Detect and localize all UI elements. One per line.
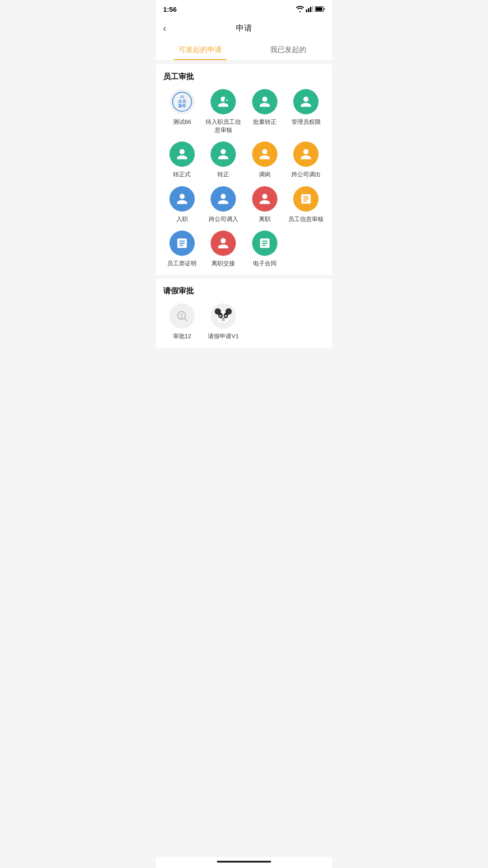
item-label: 批量转正 [253,118,277,126]
svg-point-18 [221,316,221,316]
confirm-icon [211,142,236,167]
item-label: 员工类证明 [167,259,197,268]
item-label: 离职交接 [211,259,235,268]
list-item[interactable]: 跨公司调出 [287,142,325,179]
batch-confirm-icon [252,89,277,114]
admin-icon [293,89,319,114]
list-item[interactable]: AI企业服务 测试66 [163,89,201,134]
leave-approval-section: 请假审批 审批12 [156,278,332,348]
svg-point-19 [226,316,227,316]
status-bar: 1:56 [156,0,332,16]
page-title: 申请 [236,23,252,33]
onboard-icon [169,186,195,212]
svg-text:+: + [226,98,229,103]
test66-icon: AI企业服务 [169,89,195,114]
svg-line-9 [184,319,187,321]
list-item[interactable]: 批量转正 [246,89,284,134]
wifi-icon [296,6,304,12]
tab-my[interactable]: 我已发起的 [244,40,332,60]
cert-icon [169,231,195,256]
svg-rect-3 [312,6,314,12]
status-icons [296,6,325,12]
leave-v1-icon [211,303,236,329]
battery-icon [315,6,325,12]
leave-grid: 审批12 [163,303,325,340]
tabs: 可发起的申请 我已发起的 [156,40,332,61]
item-label: 电子合同 [253,259,277,268]
employee-approval-section: 员工审批 AI企业服务 测试66 + 待入职员工信息审核 批量转正 [156,64,332,275]
item-label: 转正 [217,170,229,179]
signal-icon [306,6,313,12]
list-item[interactable]: 审批12 [163,303,201,340]
resign-handover-icon [211,231,236,256]
list-item[interactable]: 调岗 [246,142,284,179]
list-item[interactable]: 转正 [205,142,243,179]
resign-icon [252,186,277,212]
header: ‹ 申请 [156,16,332,40]
list-item[interactable]: 离职交接 [205,231,243,268]
list-item[interactable]: 转正式 [163,142,201,179]
item-label: 跨公司调入 [209,215,238,223]
cross-in-icon [211,186,236,212]
list-item[interactable]: 请假申请V1 [205,303,243,340]
svg-rect-5 [316,7,322,11]
item-label: 入职 [176,215,188,223]
list-item[interactable]: 员工类证明 [163,231,201,268]
item-label: 员工信息审核 [288,215,324,223]
list-item[interactable]: 离职 [246,186,284,223]
list-item[interactable]: + 待入职员工信息审核 [205,89,243,134]
transfer-icon [252,142,277,167]
item-label: 离职 [259,215,271,223]
svg-rect-1 [308,8,310,12]
item-label: 测试66 [173,118,191,126]
back-button[interactable]: ‹ [163,23,166,33]
list-item[interactable]: 管理员权限 [287,89,325,134]
list-item[interactable]: 跨公司调入 [205,186,243,223]
info-review-icon [293,186,319,212]
item-label: 待入职员工信息审核 [205,118,243,134]
item-label: 转正式 [173,170,191,179]
employee-approval-title: 员工审批 [163,71,325,82]
svg-rect-0 [306,9,307,12]
employee-grid: AI企业服务 测试66 + 待入职员工信息审核 批量转正 管理员权限 [163,89,325,268]
e-contract-icon [252,231,277,256]
approve12-icon [169,303,195,329]
pending-entry-icon: + [211,89,236,114]
item-label: 管理员权限 [291,118,321,126]
status-time: 1:56 [163,5,177,13]
item-label: 请假申请V1 [208,332,239,340]
list-item[interactable]: 电子合同 [246,231,284,268]
leave-approval-title: 请假审批 [163,286,325,296]
item-label: 审批12 [173,332,191,340]
cross-out-icon [293,142,319,167]
tab-initiate[interactable]: 可发起的申请 [156,40,244,60]
list-item[interactable]: 员工信息审核 [287,186,325,223]
item-label: 调岗 [259,170,271,179]
list-item[interactable]: 入职 [163,186,201,223]
svg-rect-2 [310,7,311,12]
svg-point-20 [222,318,225,320]
item-label: 跨公司调出 [291,170,321,179]
formal-icon [169,142,195,167]
